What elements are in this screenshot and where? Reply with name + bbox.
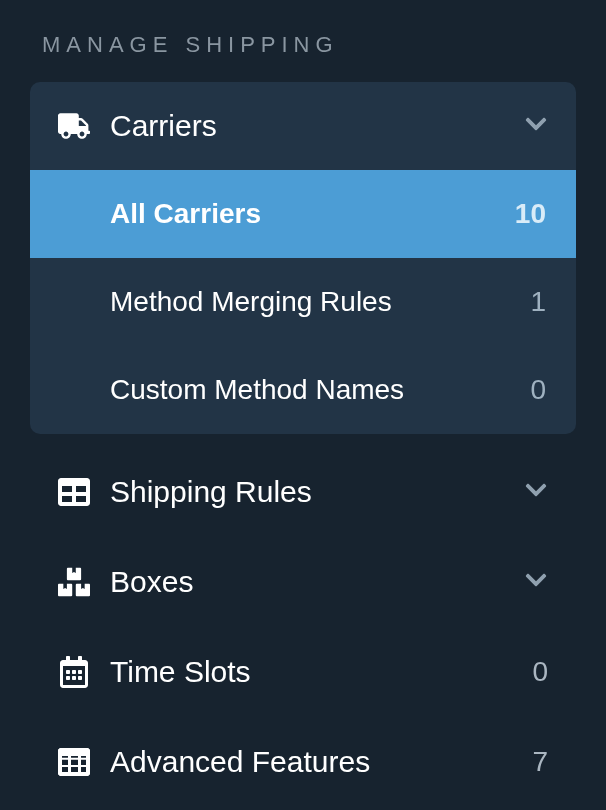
- sidebar-subitem-all-carriers[interactable]: All Carriers 10: [30, 170, 576, 258]
- sidebar: Manage Shipping Carriers All Carriers 10…: [0, 0, 606, 806]
- sidebar-item-boxes[interactable]: Boxes: [30, 538, 576, 626]
- count-badge: 0: [514, 656, 548, 688]
- truck-icon: [58, 110, 110, 142]
- sidebar-item-label: Boxes: [110, 565, 524, 599]
- sidebar-subitem-label: All Carriers: [110, 198, 515, 230]
- count-badge: 7: [514, 746, 548, 778]
- sidebar-subitem-custom-method-names[interactable]: Custom Method Names 0: [30, 346, 576, 434]
- calendar-icon: [58, 656, 110, 688]
- sidebar-item-shipping-rules[interactable]: Shipping Rules: [30, 448, 576, 536]
- sidebar-list: Shipping Rules Boxes Time Slots 0: [30, 448, 576, 806]
- sidebar-item-label: Carriers: [110, 109, 524, 143]
- chevron-down-icon: [524, 565, 548, 599]
- sidebar-subitem-label: Custom Method Names: [110, 374, 530, 406]
- sidebar-item-advanced-features[interactable]: Advanced Features 7: [30, 718, 576, 806]
- count-badge: 1: [530, 286, 546, 318]
- chevron-down-icon: [524, 475, 548, 509]
- count-badge: 0: [530, 374, 546, 406]
- sidebar-item-label: Time Slots: [110, 655, 514, 689]
- sidebar-item-label: Advanced Features: [110, 745, 514, 779]
- count-badge: 10: [515, 198, 546, 230]
- chevron-down-icon: [524, 109, 548, 143]
- sidebar-subitem-method-merging[interactable]: Method Merging Rules 1: [30, 258, 576, 346]
- carriers-group: Carriers All Carriers 10 Method Merging …: [30, 82, 576, 434]
- sidebar-item-time-slots[interactable]: Time Slots 0: [30, 628, 576, 716]
- boxes-icon: [58, 566, 110, 598]
- sidebar-item-carriers[interactable]: Carriers: [30, 82, 576, 170]
- sidebar-subitem-label: Method Merging Rules: [110, 286, 530, 318]
- grid-icon: [58, 746, 110, 778]
- section-header: Manage Shipping: [30, 32, 576, 58]
- sidebar-item-label: Shipping Rules: [110, 475, 524, 509]
- list-icon: [58, 476, 110, 508]
